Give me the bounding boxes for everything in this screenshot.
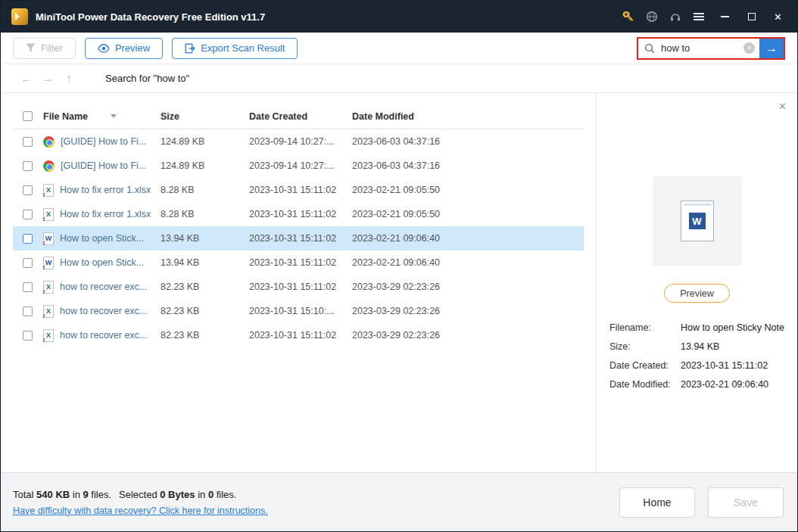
up-arrow-icon[interactable] bbox=[58, 68, 79, 89]
file-name: How to fix error 1.xlsx bbox=[60, 209, 151, 219]
date-created: 2023-10-31 15:11:02 bbox=[249, 282, 352, 292]
table-row[interactable]: how to recover exc... 82.23 KB 2023-10-3… bbox=[13, 323, 584, 347]
search-go-button[interactable] bbox=[759, 39, 784, 58]
file-name: How to open Stick... bbox=[60, 257, 144, 268]
excel-file-icon bbox=[43, 281, 54, 294]
date-modified: 2023-03-29 02:23:26 bbox=[352, 330, 584, 341]
home-button[interactable]: Home bbox=[619, 487, 695, 518]
date-created: 2023-10-31 15:11:02 bbox=[249, 257, 352, 268]
excel-file-icon bbox=[43, 208, 54, 221]
date-created: 2023-10-31 15:11:02 bbox=[249, 209, 352, 219]
table-row[interactable]: how to recover exc... 82.23 KB 2023-10-3… bbox=[13, 299, 584, 323]
date-modified: 2023-02-21 09:05:50 bbox=[352, 185, 584, 195]
detail-value: 2023-10-31 15:11:02 bbox=[681, 360, 797, 371]
minimize-icon[interactable] bbox=[713, 5, 737, 28]
titlebar: MiniTool Power Data Recovery Free Editio… bbox=[1, 1, 797, 33]
column-label-file-name: File Name bbox=[43, 111, 88, 122]
table-row[interactable]: [GUIDE] How to Fi... 124.89 KB 2023-09-1… bbox=[13, 129, 584, 154]
file-name: how to recover exc... bbox=[60, 282, 147, 292]
detail-value: 2023-02-21 09:06:40 bbox=[681, 379, 797, 390]
row-checkbox[interactable] bbox=[23, 185, 33, 195]
file-list: File Name Size Date Created Date Modifie… bbox=[1, 93, 596, 472]
preview-file-button[interactable]: Preview bbox=[664, 284, 729, 303]
back-arrow-icon[interactable] bbox=[16, 68, 37, 89]
menu-icon[interactable] bbox=[687, 5, 710, 28]
export-scan-result-button[interactable]: Export Scan Result bbox=[172, 38, 298, 59]
row-checkbox[interactable] bbox=[23, 331, 33, 341]
file-size: 82.23 KB bbox=[161, 282, 249, 292]
table-row[interactable]: How to fix error 1.xlsx 8.28 KB 2023-10-… bbox=[13, 202, 584, 226]
word-file-icon bbox=[43, 232, 54, 245]
word-badge-icon bbox=[689, 213, 706, 229]
word-doc-icon bbox=[681, 201, 714, 241]
detail-row-filename: Filename: How to open Sticky Note bbox=[609, 322, 797, 333]
selected-text: Selected bbox=[119, 489, 160, 500]
table-row[interactable]: [GUIDE] How to Fi... 124.89 KB 2023-09-1… bbox=[13, 154, 584, 178]
date-modified: 2023-03-29 02:23:26 bbox=[352, 306, 584, 316]
table-row[interactable]: how to recover exc... 82.23 KB 2023-10-3… bbox=[13, 275, 584, 299]
preview-panel: Preview Filename: How to open Sticky Not… bbox=[596, 93, 797, 472]
footer: Total 540 KB in 9 files.Selected 0 Bytes… bbox=[1, 472, 797, 531]
sort-dropdown-icon[interactable] bbox=[111, 114, 117, 118]
excel-file-icon bbox=[43, 184, 54, 197]
row-checkbox[interactable] bbox=[23, 258, 33, 268]
date-created: 2023-10-31 15:11:02 bbox=[249, 330, 352, 341]
table-row-selected[interactable]: How to open Stick... 13.94 KB 2023-10-31… bbox=[13, 226, 584, 250]
filter-button[interactable]: Filter bbox=[13, 38, 76, 59]
file-size: 13.94 KB bbox=[161, 233, 249, 244]
file-size: 8.28 KB bbox=[161, 185, 249, 195]
search-input[interactable] bbox=[659, 42, 739, 54]
export-icon bbox=[185, 43, 195, 54]
column-date-created[interactable]: Date Created bbox=[249, 111, 352, 122]
export-button-label: Export Scan Result bbox=[201, 42, 285, 54]
save-button[interactable]: Save bbox=[708, 487, 784, 518]
globe-icon[interactable] bbox=[640, 5, 663, 28]
preview-button[interactable]: Preview bbox=[85, 38, 163, 59]
row-checkbox[interactable] bbox=[23, 234, 33, 244]
selected-text: files. bbox=[214, 489, 236, 500]
scan-summary: Total 540 KB in 9 files.Selected 0 Bytes… bbox=[13, 489, 268, 500]
file-size: 124.89 KB bbox=[161, 160, 249, 171]
file-size: 124.89 KB bbox=[161, 136, 249, 147]
clear-icon[interactable] bbox=[743, 42, 755, 54]
column-file-name[interactable]: File Name bbox=[43, 111, 161, 122]
column-size[interactable]: Size bbox=[161, 111, 249, 122]
headset-icon[interactable] bbox=[663, 5, 687, 28]
date-modified: 2023-02-21 09:06:40 bbox=[352, 233, 584, 244]
help-link[interactable]: Have difficulty with data recovery? Clic… bbox=[13, 506, 268, 516]
row-checkbox[interactable] bbox=[23, 210, 33, 219]
total-size: 540 KB bbox=[36, 489, 70, 500]
search-icon bbox=[644, 43, 655, 54]
row-checkbox[interactable] bbox=[23, 161, 33, 171]
detail-row-size: Size: 13.94 KB bbox=[609, 341, 797, 352]
date-created: 2023-10-31 15:11:02 bbox=[249, 233, 352, 244]
table-row[interactable]: How to fix error 1.xlsx 8.28 KB 2023-10-… bbox=[13, 178, 584, 202]
footer-buttons: Home Save bbox=[619, 487, 784, 518]
detail-label: Size: bbox=[609, 341, 681, 352]
select-all-checkbox[interactable] bbox=[23, 111, 33, 121]
maximize-icon[interactable] bbox=[740, 5, 763, 28]
preview-eye-icon bbox=[98, 44, 110, 53]
date-created: 2023-10-31 15:11:02 bbox=[249, 185, 352, 195]
file-size: 8.28 KB bbox=[161, 209, 249, 219]
date-created: 2023-09-14 10:27:... bbox=[249, 160, 352, 171]
navigation-row: Search for "how to" bbox=[1, 64, 797, 93]
row-checkbox[interactable] bbox=[23, 137, 33, 147]
detail-value: How to open Sticky Note bbox=[681, 322, 797, 333]
date-modified: 2023-06-03 04:37:16 bbox=[352, 136, 584, 147]
preview-button-label: Preview bbox=[115, 42, 150, 54]
date-created: 2023-09-14 10:27:... bbox=[249, 136, 352, 147]
key-icon[interactable] bbox=[616, 5, 640, 28]
preview-close-icon[interactable] bbox=[778, 101, 787, 112]
detail-label: Filename: bbox=[609, 322, 681, 333]
close-icon[interactable] bbox=[766, 5, 790, 28]
table-row[interactable]: How to open Stick... 13.94 KB 2023-10-31… bbox=[13, 250, 584, 275]
file-name: [GUIDE] How to Fi... bbox=[61, 136, 146, 147]
forward-arrow-icon[interactable] bbox=[37, 68, 58, 89]
column-date-modified[interactable]: Date Modified bbox=[352, 111, 584, 122]
row-checkbox[interactable] bbox=[23, 306, 33, 316]
selected-text: in bbox=[195, 489, 208, 500]
row-checkbox[interactable] bbox=[23, 282, 33, 292]
detail-row-date-created: Date Created: 2023-10-31 15:11:02 bbox=[609, 360, 797, 371]
selected-size: 0 Bytes bbox=[160, 489, 195, 500]
